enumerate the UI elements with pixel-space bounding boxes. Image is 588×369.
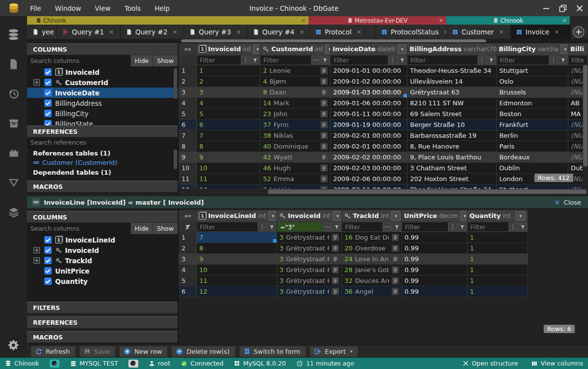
cell-unitprice[interactable]: 0.99 xyxy=(402,265,467,276)
open-lookup-icon[interactable] xyxy=(392,234,399,241)
expander-icon[interactable]: + xyxy=(33,257,40,264)
column-menu-button[interactable]: ▾ xyxy=(560,44,568,54)
cell-billingcity[interactable]: Frankfurt xyxy=(497,120,568,130)
macros-section-header[interactable]: MACROS xyxy=(27,181,178,192)
column-tree-item-invoicelineid[interactable]: 1InvoiceLineId xyxy=(27,235,178,245)
menu-tools[interactable]: Tools xyxy=(124,4,141,12)
cell-billingcity[interactable]: Bordeaux xyxy=(497,152,568,163)
search-columns-input[interactable]: Search columns xyxy=(27,55,130,66)
open-lookup-icon[interactable] xyxy=(392,266,399,274)
status-open-structure[interactable]: Open structure xyxy=(463,360,518,367)
cell-unitprice[interactable]: 0.99 xyxy=(402,276,467,286)
cell-invoiceid[interactable]: 11 xyxy=(197,174,261,184)
column-header-invoiceid[interactable]: InvoiceIdint▾ xyxy=(277,210,342,221)
column-header-unitprice[interactable]: UnitPricedecim▾ xyxy=(402,210,467,221)
close-tab-icon[interactable]: × xyxy=(109,28,114,35)
cell-quantity[interactable]: 1 xyxy=(467,254,528,265)
status-11-minutes-ago[interactable]: 11 minutes ago xyxy=(296,360,354,368)
cell-trackid[interactable]: 28Janie's Got A xyxy=(342,265,402,276)
clear-filters-button[interactable] xyxy=(179,221,197,232)
checkbox-checked-icon[interactable] xyxy=(44,236,52,244)
cell-billingcity[interactable]: Oslo xyxy=(497,76,568,87)
search-references-input[interactable]: Search references xyxy=(27,137,178,148)
refs-scrollbar[interactable] xyxy=(174,150,177,169)
filter-options-button[interactable]: ⋮ xyxy=(448,222,457,231)
restore-button[interactable] xyxy=(555,0,571,16)
checkbox-checked-icon[interactable] xyxy=(44,99,52,107)
search-columns-input[interactable]: Search columns xyxy=(27,223,130,234)
filter-funnel-button[interactable] xyxy=(332,222,341,231)
cell-invoicedate[interactable]: 2009-02-01 00:00:00 xyxy=(331,141,407,152)
sidebar-database-icon[interactable] xyxy=(7,28,20,43)
cell-invoicelineid[interactable]: 12 xyxy=(197,286,277,297)
column-header-invoicelineid[interactable]: 1InvoiceLineIdint▾ xyxy=(197,210,277,221)
cell-unitprice[interactable]: 0.99 xyxy=(402,232,467,243)
cell-invoicedate[interactable]: 2009-01-03 00:00:00 xyxy=(331,87,407,98)
cell-invoicelineid[interactable]: 9 xyxy=(197,254,277,265)
cell-billingcity[interactable]: Brussels xyxy=(497,87,568,98)
cell-trackid[interactable]: 32Deuces Are W xyxy=(342,276,402,286)
menu-help[interactable]: Help xyxy=(155,4,170,12)
row-number[interactable]: 4 xyxy=(179,265,197,276)
checkbox-checked-icon[interactable] xyxy=(44,68,52,76)
sidebar-layers-icon[interactable] xyxy=(7,206,20,220)
filter-funnel-button[interactable] xyxy=(558,56,567,64)
tab-query-3[interactable]: Query #3× xyxy=(184,25,248,39)
tab-protocol[interactable]: Protocol× xyxy=(310,25,376,39)
selection-handle[interactable] xyxy=(403,94,407,97)
checkbox-checked-icon[interactable] xyxy=(44,277,52,285)
filter-options-button[interactable]: ⋮ xyxy=(388,56,397,64)
filter-funnel-button[interactable] xyxy=(321,56,330,64)
checkbox-checked-icon[interactable] xyxy=(44,89,52,96)
cell-invoiceid[interactable]: 1 xyxy=(197,65,261,76)
cell-billingcity[interactable]: Edmonton xyxy=(497,98,568,109)
row-number[interactable]: 1 xyxy=(179,232,197,243)
open-lookup-icon[interactable] xyxy=(332,255,339,263)
filters-section-header[interactable]: FILTERS xyxy=(27,302,178,313)
cell-invoiceid[interactable]: 3Grétrystraat 63 xyxy=(277,254,342,265)
cell-billingaddress[interactable]: Theodor-Heuss-Straße 34 xyxy=(407,65,496,76)
cell-invoiceid[interactable]: 3Grétrystraat 63 xyxy=(277,243,342,254)
column-menu-button[interactable]: ▾ xyxy=(325,44,331,54)
filter-funnel-button[interactable] xyxy=(518,222,527,231)
status-mysql-test[interactable]: MYSQL TEST xyxy=(70,360,118,368)
open-lookup-icon[interactable] xyxy=(392,245,399,252)
cell-customerid[interactable]: 40Dominique xyxy=(260,141,330,152)
open-lookup-icon[interactable] xyxy=(392,255,399,263)
row-number[interactable]: 7 xyxy=(179,130,197,141)
row-number[interactable]: 5 xyxy=(179,276,197,286)
column-header-billi[interactable]: Billi xyxy=(568,43,588,55)
column-header-invoicedate[interactable]: InvoiceDatedateti▾ xyxy=(331,43,407,55)
cell-quantity[interactable]: 1 xyxy=(467,232,528,243)
filter-input-billingcity[interactable]: Filter xyxy=(497,56,549,64)
expander-icon[interactable]: + xyxy=(33,247,40,253)
hide-column-button[interactable]: Hide xyxy=(130,223,153,234)
row-number[interactable]: 4 xyxy=(179,98,197,109)
collapse-columns-button[interactable]: «« xyxy=(179,210,197,221)
filter-input-customerid[interactable]: Filter xyxy=(261,56,310,64)
cell-unitprice[interactable]: 0.99 xyxy=(402,243,467,254)
references-section-header[interactable]: REFERENCES xyxy=(27,125,178,137)
open-lookup-icon[interactable] xyxy=(332,288,339,295)
cell-invoicelineid[interactable]: 11 xyxy=(197,276,277,286)
column-header-billingaddress[interactable]: BillingAddressvarchar(70▾ xyxy=(407,43,496,55)
row-number[interactable]: 5 xyxy=(179,109,197,120)
cell-invoiceid[interactable]: 3Grétrystraat 63 xyxy=(277,232,342,243)
filter-input-invoicedate[interactable]: Filter xyxy=(331,56,388,64)
close-tab-icon[interactable]: × xyxy=(299,28,304,35)
show-column-button[interactable]: Show xyxy=(153,223,178,234)
cell-invoiceid[interactable]: 7 xyxy=(197,130,261,141)
cell-invoicelineid[interactable]: 10 xyxy=(197,265,277,276)
cell-customerid[interactable]: 2Leonie xyxy=(260,65,330,76)
export-button[interactable]: Export▾ xyxy=(310,346,358,357)
filter-options-button[interactable]: ⋮ xyxy=(241,56,250,64)
horizontal-scrollbar[interactable] xyxy=(179,189,588,194)
column-menu-button[interactable]: ▾ xyxy=(460,211,467,221)
checkbox-checked-icon[interactable] xyxy=(44,246,52,254)
new-row-button[interactable]: New row xyxy=(120,346,167,357)
cell-invoicelineid[interactable]: 7 xyxy=(197,232,277,243)
cell-billingaddress[interactable]: Barbarossastraße 19 xyxy=(407,130,496,141)
close-tab-icon[interactable]: × xyxy=(172,28,177,35)
cell-customerid[interactable]: 23John xyxy=(260,109,330,120)
close-detail-button[interactable]: × Close xyxy=(555,198,583,206)
